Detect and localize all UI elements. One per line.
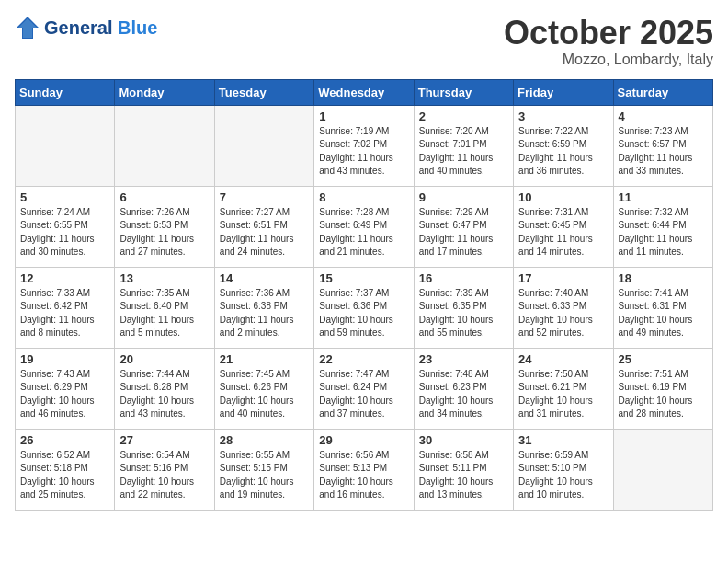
calendar-cell: 25Sunrise: 7:51 AM Sunset: 6:19 PM Dayli… bbox=[613, 348, 712, 429]
calendar-cell: 14Sunrise: 7:36 AM Sunset: 6:38 PM Dayli… bbox=[214, 267, 313, 348]
day-info: Sunrise: 6:52 AM Sunset: 5:18 PM Dayligh… bbox=[20, 449, 109, 502]
day-info: Sunrise: 7:22 AM Sunset: 6:59 PM Dayligh… bbox=[518, 125, 608, 178]
day-number: 9 bbox=[419, 190, 508, 204]
day-number: 21 bbox=[220, 352, 309, 366]
day-number: 31 bbox=[518, 433, 608, 447]
day-number: 1 bbox=[319, 109, 408, 123]
day-info: Sunrise: 7:40 AM Sunset: 6:33 PM Dayligh… bbox=[518, 287, 608, 340]
day-number: 14 bbox=[220, 271, 309, 285]
calendar-cell: 20Sunrise: 7:44 AM Sunset: 6:28 PM Dayli… bbox=[115, 348, 214, 429]
calendar-cell: 6Sunrise: 7:26 AM Sunset: 6:53 PM Daylig… bbox=[115, 186, 214, 267]
logo: General Blue bbox=[15, 15, 157, 40]
day-info: Sunrise: 6:55 AM Sunset: 5:15 PM Dayligh… bbox=[220, 449, 309, 502]
week-row-1: 1Sunrise: 7:19 AM Sunset: 7:02 PM Daylig… bbox=[16, 105, 713, 186]
weekday-header-friday: Friday bbox=[514, 79, 613, 105]
svg-marker-2 bbox=[18, 18, 37, 38]
weekday-header-wednesday: Wednesday bbox=[314, 79, 414, 105]
day-number: 20 bbox=[119, 352, 209, 366]
day-info: Sunrise: 7:35 AM Sunset: 6:40 PM Dayligh… bbox=[119, 287, 209, 340]
day-info: Sunrise: 7:24 AM Sunset: 6:55 PM Dayligh… bbox=[20, 206, 109, 259]
calendar-cell bbox=[613, 429, 712, 510]
day-info: Sunrise: 6:58 AM Sunset: 5:11 PM Dayligh… bbox=[419, 449, 508, 502]
calendar-cell: 2Sunrise: 7:20 AM Sunset: 7:01 PM Daylig… bbox=[414, 105, 513, 186]
calendar-cell: 28Sunrise: 6:55 AM Sunset: 5:15 PM Dayli… bbox=[214, 429, 313, 510]
calendar-cell: 16Sunrise: 7:39 AM Sunset: 6:35 PM Dayli… bbox=[414, 267, 513, 348]
day-info: Sunrise: 7:19 AM Sunset: 7:02 PM Dayligh… bbox=[319, 125, 408, 178]
day-info: Sunrise: 7:45 AM Sunset: 6:26 PM Dayligh… bbox=[220, 368, 309, 421]
day-number: 30 bbox=[419, 433, 508, 447]
calendar: SundayMondayTuesdayWednesdayThursdayFrid… bbox=[15, 79, 713, 511]
day-info: Sunrise: 7:48 AM Sunset: 6:23 PM Dayligh… bbox=[419, 368, 508, 421]
day-number: 18 bbox=[619, 271, 708, 285]
day-number: 29 bbox=[319, 433, 408, 447]
weekday-header-monday: Monday bbox=[115, 79, 214, 105]
day-info: Sunrise: 7:43 AM Sunset: 6:29 PM Dayligh… bbox=[20, 368, 109, 421]
day-number: 13 bbox=[119, 271, 209, 285]
day-info: Sunrise: 7:39 AM Sunset: 6:35 PM Dayligh… bbox=[419, 287, 508, 340]
month-title: October 2025 bbox=[504, 15, 713, 52]
day-number: 16 bbox=[419, 271, 508, 285]
location: Mozzo, Lombardy, Italy bbox=[504, 52, 713, 68]
day-number: 10 bbox=[518, 190, 608, 204]
day-info: Sunrise: 7:20 AM Sunset: 7:01 PM Dayligh… bbox=[419, 125, 508, 178]
logo-icon bbox=[15, 15, 40, 40]
weekday-header-tuesday: Tuesday bbox=[214, 79, 313, 105]
calendar-cell: 4Sunrise: 7:23 AM Sunset: 6:57 PM Daylig… bbox=[613, 105, 712, 186]
calendar-cell: 27Sunrise: 6:54 AM Sunset: 5:16 PM Dayli… bbox=[115, 429, 214, 510]
weekday-header-sunday: Sunday bbox=[16, 79, 115, 105]
calendar-cell: 5Sunrise: 7:24 AM Sunset: 6:55 PM Daylig… bbox=[16, 186, 115, 267]
day-info: Sunrise: 6:59 AM Sunset: 5:10 PM Dayligh… bbox=[518, 449, 608, 502]
day-number: 23 bbox=[419, 352, 508, 366]
day-info: Sunrise: 7:47 AM Sunset: 6:24 PM Dayligh… bbox=[319, 368, 408, 421]
day-number: 11 bbox=[619, 190, 708, 204]
day-info: Sunrise: 7:51 AM Sunset: 6:19 PM Dayligh… bbox=[619, 368, 708, 421]
week-row-3: 12Sunrise: 7:33 AM Sunset: 6:42 PM Dayli… bbox=[16, 267, 713, 348]
day-info: Sunrise: 7:32 AM Sunset: 6:44 PM Dayligh… bbox=[619, 206, 708, 259]
logo-text: General Blue bbox=[44, 17, 157, 38]
day-number: 15 bbox=[319, 271, 408, 285]
calendar-cell: 8Sunrise: 7:28 AM Sunset: 6:49 PM Daylig… bbox=[314, 186, 414, 267]
weekday-header-saturday: Saturday bbox=[613, 79, 712, 105]
day-info: Sunrise: 7:31 AM Sunset: 6:45 PM Dayligh… bbox=[518, 206, 608, 259]
calendar-cell: 30Sunrise: 6:58 AM Sunset: 5:11 PM Dayli… bbox=[414, 429, 513, 510]
calendar-cell: 31Sunrise: 6:59 AM Sunset: 5:10 PM Dayli… bbox=[514, 429, 613, 510]
calendar-cell: 17Sunrise: 7:40 AM Sunset: 6:33 PM Dayli… bbox=[514, 267, 613, 348]
day-info: Sunrise: 7:41 AM Sunset: 6:31 PM Dayligh… bbox=[619, 287, 708, 340]
day-info: Sunrise: 6:54 AM Sunset: 5:16 PM Dayligh… bbox=[119, 449, 209, 502]
weekday-header-row: SundayMondayTuesdayWednesdayThursdayFrid… bbox=[16, 79, 713, 105]
calendar-cell: 24Sunrise: 7:50 AM Sunset: 6:21 PM Dayli… bbox=[514, 348, 613, 429]
header: General Blue October 2025 Mozzo, Lombard… bbox=[15, 15, 713, 68]
day-number: 25 bbox=[619, 352, 708, 366]
calendar-cell: 15Sunrise: 7:37 AM Sunset: 6:36 PM Dayli… bbox=[314, 267, 414, 348]
day-info: Sunrise: 7:28 AM Sunset: 6:49 PM Dayligh… bbox=[319, 206, 408, 259]
day-info: Sunrise: 7:26 AM Sunset: 6:53 PM Dayligh… bbox=[119, 206, 209, 259]
day-info: Sunrise: 7:44 AM Sunset: 6:28 PM Dayligh… bbox=[119, 368, 209, 421]
day-number: 5 bbox=[20, 190, 109, 204]
day-info: Sunrise: 7:27 AM Sunset: 6:51 PM Dayligh… bbox=[220, 206, 309, 259]
day-info: Sunrise: 6:56 AM Sunset: 5:13 PM Dayligh… bbox=[319, 449, 408, 502]
calendar-cell: 7Sunrise: 7:27 AM Sunset: 6:51 PM Daylig… bbox=[214, 186, 313, 267]
day-number: 8 bbox=[319, 190, 408, 204]
day-number: 12 bbox=[20, 271, 109, 285]
day-number: 7 bbox=[220, 190, 309, 204]
calendar-cell: 23Sunrise: 7:48 AM Sunset: 6:23 PM Dayli… bbox=[414, 348, 513, 429]
calendar-cell: 26Sunrise: 6:52 AM Sunset: 5:18 PM Dayli… bbox=[16, 429, 115, 510]
day-number: 26 bbox=[20, 433, 109, 447]
day-info: Sunrise: 7:29 AM Sunset: 6:47 PM Dayligh… bbox=[419, 206, 508, 259]
day-info: Sunrise: 7:37 AM Sunset: 6:36 PM Dayligh… bbox=[319, 287, 408, 340]
calendar-cell: 21Sunrise: 7:45 AM Sunset: 6:26 PM Dayli… bbox=[214, 348, 313, 429]
week-row-4: 19Sunrise: 7:43 AM Sunset: 6:29 PM Dayli… bbox=[16, 348, 713, 429]
day-number: 24 bbox=[518, 352, 608, 366]
page: General Blue October 2025 Mozzo, Lombard… bbox=[0, 0, 728, 525]
calendar-cell: 19Sunrise: 7:43 AM Sunset: 6:29 PM Dayli… bbox=[16, 348, 115, 429]
day-number: 6 bbox=[119, 190, 209, 204]
calendar-cell bbox=[16, 105, 115, 186]
day-number: 4 bbox=[619, 109, 708, 123]
calendar-cell: 3Sunrise: 7:22 AM Sunset: 6:59 PM Daylig… bbox=[514, 105, 613, 186]
day-info: Sunrise: 7:50 AM Sunset: 6:21 PM Dayligh… bbox=[518, 368, 608, 421]
day-number: 17 bbox=[518, 271, 608, 285]
calendar-cell bbox=[115, 105, 214, 186]
day-number: 2 bbox=[419, 109, 508, 123]
day-number: 28 bbox=[220, 433, 309, 447]
weekday-header-thursday: Thursday bbox=[414, 79, 513, 105]
